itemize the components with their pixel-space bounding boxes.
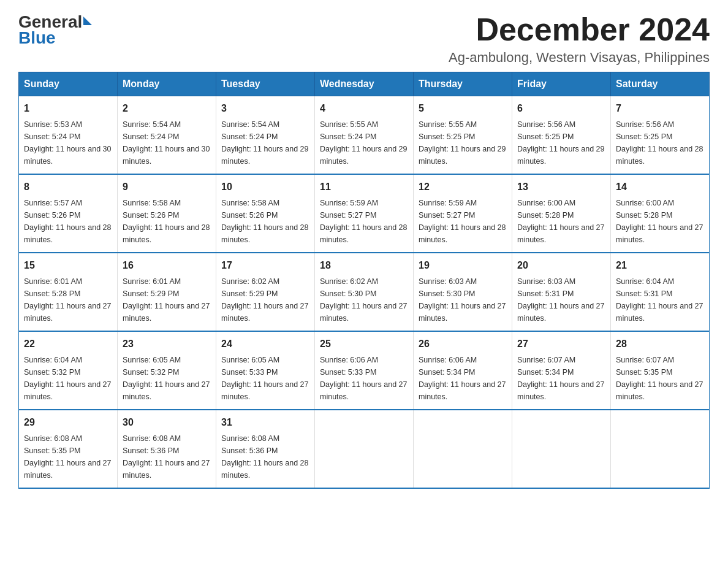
day-number: 31 [221,415,309,430]
day-info: Sunrise: 5:53 AMSunset: 5:24 PMDaylight:… [24,120,111,166]
calendar-cell [512,410,611,488]
calendar-cell: 14Sunrise: 6:00 AMSunset: 5:28 PMDayligh… [611,174,710,253]
day-number: 28 [616,337,704,351]
day-number: 10 [221,180,309,194]
day-number: 12 [419,180,507,194]
calendar-cell: 25Sunrise: 6:06 AMSunset: 5:33 PMDayligh… [315,331,414,410]
day-info: Sunrise: 6:05 AMSunset: 5:33 PMDaylight:… [221,356,308,401]
day-number: 29 [24,415,112,430]
day-info: Sunrise: 5:56 AMSunset: 5:25 PMDaylight:… [517,120,604,166]
day-info: Sunrise: 6:07 AMSunset: 5:35 PMDaylight:… [616,356,703,401]
calendar-cell: 7Sunrise: 5:56 AMSunset: 5:25 PMDaylight… [611,96,710,175]
day-info: Sunrise: 5:54 AMSunset: 5:24 PMDaylight:… [221,120,308,166]
day-info: Sunrise: 6:07 AMSunset: 5:34 PMDaylight:… [517,356,604,401]
calendar-body: 1Sunrise: 5:53 AMSunset: 5:24 PMDaylight… [19,96,710,489]
day-number: 26 [419,337,507,351]
day-number: 6 [517,101,605,116]
logo-triangle-icon [83,17,92,25]
day-info: Sunrise: 5:57 AMSunset: 5:26 PMDaylight:… [24,199,111,244]
day-info: Sunrise: 5:58 AMSunset: 5:26 PMDaylight:… [123,199,210,244]
day-info: Sunrise: 6:08 AMSunset: 5:36 PMDaylight:… [123,434,210,480]
calendar-cell: 4Sunrise: 5:55 AMSunset: 5:24 PMDaylight… [315,96,414,175]
calendar-cell [315,410,414,488]
calendar-cell: 9Sunrise: 5:58 AMSunset: 5:26 PMDaylight… [118,174,216,253]
day-number: 27 [517,337,605,351]
day-number: 30 [123,415,211,430]
calendar-cell: 6Sunrise: 5:56 AMSunset: 5:25 PMDaylight… [512,96,611,175]
day-info: Sunrise: 6:04 AMSunset: 5:31 PMDaylight:… [616,277,703,323]
day-info: Sunrise: 6:06 AMSunset: 5:33 PMDaylight:… [320,356,407,401]
day-number: 1 [24,101,112,116]
day-number: 17 [221,258,309,273]
calendar-cell: 17Sunrise: 6:02 AMSunset: 5:29 PMDayligh… [216,253,315,331]
day-number: 16 [123,258,211,273]
day-number: 4 [320,101,408,116]
week-row-2: 8Sunrise: 5:57 AMSunset: 5:26 PMDaylight… [19,174,710,253]
day-info: Sunrise: 5:59 AMSunset: 5:27 PMDaylight:… [419,199,506,244]
day-info: Sunrise: 6:06 AMSunset: 5:34 PMDaylight:… [419,356,506,401]
calendar-cell: 20Sunrise: 6:03 AMSunset: 5:31 PMDayligh… [512,253,611,331]
week-row-5: 29Sunrise: 6:08 AMSunset: 5:35 PMDayligh… [19,410,710,488]
day-number: 5 [419,101,507,116]
day-number: 18 [320,258,408,273]
calendar-cell: 12Sunrise: 5:59 AMSunset: 5:27 PMDayligh… [414,174,512,253]
day-number: 3 [221,101,309,116]
week-row-4: 22Sunrise: 6:04 AMSunset: 5:32 PMDayligh… [19,331,710,410]
day-number: 2 [123,101,211,116]
day-number: 25 [320,337,408,351]
day-info: Sunrise: 6:00 AMSunset: 5:28 PMDaylight:… [517,199,604,244]
day-number: 11 [320,180,408,194]
day-number: 19 [419,258,507,273]
day-info: Sunrise: 6:08 AMSunset: 5:35 PMDaylight:… [24,434,111,480]
header-cell-friday: Friday [512,72,611,96]
day-info: Sunrise: 5:56 AMSunset: 5:25 PMDaylight:… [616,120,703,166]
calendar-cell: 10Sunrise: 5:58 AMSunset: 5:26 PMDayligh… [216,174,315,253]
day-info: Sunrise: 6:03 AMSunset: 5:30 PMDaylight:… [419,277,506,323]
header-row: SundayMondayTuesdayWednesdayThursdayFrid… [19,72,710,96]
calendar-header: SundayMondayTuesdayWednesdayThursdayFrid… [19,72,710,96]
day-info: Sunrise: 6:01 AMSunset: 5:28 PMDaylight:… [24,277,111,323]
day-info: Sunrise: 6:02 AMSunset: 5:30 PMDaylight:… [320,277,407,323]
header-cell-saturday: Saturday [611,72,710,96]
calendar-cell: 3Sunrise: 5:54 AMSunset: 5:24 PMDaylight… [216,96,315,175]
calendar-table: SundayMondayTuesdayWednesdayThursdayFrid… [18,72,710,489]
calendar-cell: 1Sunrise: 5:53 AMSunset: 5:24 PMDaylight… [19,96,118,175]
day-info: Sunrise: 5:58 AMSunset: 5:26 PMDaylight:… [221,199,308,244]
calendar-cell: 2Sunrise: 5:54 AMSunset: 5:24 PMDaylight… [118,96,216,175]
calendar-cell: 5Sunrise: 5:55 AMSunset: 5:25 PMDaylight… [414,96,512,175]
week-row-3: 15Sunrise: 6:01 AMSunset: 5:28 PMDayligh… [19,253,710,331]
page-header: General Blue December 2024 Ag-ambulong, … [18,12,710,66]
header-cell-thursday: Thursday [414,72,512,96]
calendar-cell: 8Sunrise: 5:57 AMSunset: 5:26 PMDaylight… [19,174,118,253]
month-title: December 2024 [449,12,710,47]
day-number: 7 [616,101,704,116]
calendar-cell: 21Sunrise: 6:04 AMSunset: 5:31 PMDayligh… [611,253,710,331]
calendar-cell [414,410,512,488]
calendar-cell: 30Sunrise: 6:08 AMSunset: 5:36 PMDayligh… [118,410,216,488]
calendar-cell: 31Sunrise: 6:08 AMSunset: 5:36 PMDayligh… [216,410,315,488]
day-info: Sunrise: 6:05 AMSunset: 5:32 PMDaylight:… [123,356,210,401]
day-number: 23 [123,337,211,351]
calendar-cell: 22Sunrise: 6:04 AMSunset: 5:32 PMDayligh… [19,331,118,410]
day-number: 21 [616,258,704,273]
calendar-cell [611,410,710,488]
day-number: 15 [24,258,112,273]
day-number: 14 [616,180,704,194]
calendar-cell: 11Sunrise: 5:59 AMSunset: 5:27 PMDayligh… [315,174,414,253]
calendar-cell: 13Sunrise: 6:00 AMSunset: 5:28 PMDayligh… [512,174,611,253]
day-info: Sunrise: 6:08 AMSunset: 5:36 PMDaylight:… [221,434,308,480]
day-number: 13 [517,180,605,194]
calendar-cell: 16Sunrise: 6:01 AMSunset: 5:29 PMDayligh… [118,253,216,331]
logo-blue-row: Blue [18,28,56,48]
header-cell-wednesday: Wednesday [315,72,414,96]
day-info: Sunrise: 6:03 AMSunset: 5:31 PMDaylight:… [517,277,604,323]
calendar-cell: 26Sunrise: 6:06 AMSunset: 5:34 PMDayligh… [414,331,512,410]
logo-blue-text: Blue [18,28,56,48]
day-info: Sunrise: 6:01 AMSunset: 5:29 PMDaylight:… [123,277,210,323]
day-info: Sunrise: 6:02 AMSunset: 5:29 PMDaylight:… [221,277,308,323]
day-number: 8 [24,180,112,194]
calendar-cell: 15Sunrise: 6:01 AMSunset: 5:28 PMDayligh… [19,253,118,331]
day-info: Sunrise: 6:00 AMSunset: 5:28 PMDaylight:… [616,199,703,244]
day-number: 24 [221,337,309,351]
day-number: 20 [517,258,605,273]
